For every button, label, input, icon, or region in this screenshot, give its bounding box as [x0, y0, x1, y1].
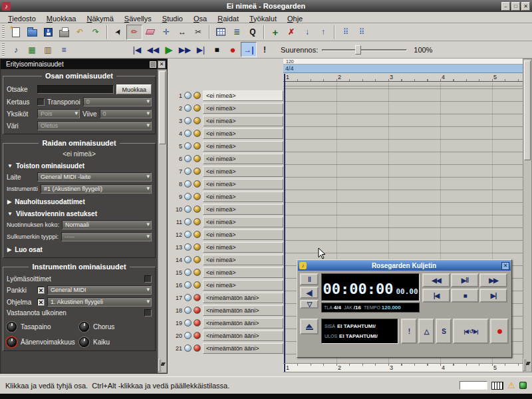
track-name-button[interactable]: <ei nimeä> — [203, 229, 283, 240]
track-record-led[interactable] — [194, 142, 201, 150]
menu-tiedosto[interactable]: Tiedosto — [3, 13, 41, 24]
track-name-button[interactable]: <ei nimeä> — [203, 242, 283, 253]
track-name-button[interactable]: <ei nimeä> — [203, 141, 283, 152]
create-segments-header[interactable]: ▶ Luo osat — [7, 246, 151, 253]
resize-tool-icon[interactable]: ↔ — [174, 25, 190, 40]
new-file-icon[interactable] — [8, 25, 24, 40]
scroll-down-button[interactable] — [525, 358, 526, 371]
track-mute-led[interactable] — [184, 117, 192, 124]
matrix-editor-icon[interactable] — [213, 25, 229, 40]
record-button[interactable]: ● — [225, 42, 241, 57]
dock-header[interactable]: Erityisominaisuudet ✕ — [1, 59, 167, 69]
title-bar[interactable]: ♪ Ei nimeä - Rosegarden – □ ✕ — [0, 0, 532, 12]
track-mute-led[interactable] — [184, 218, 192, 225]
percussion-editor-icon[interactable]: ▥ — [40, 42, 56, 57]
track-name-button[interactable]: <nimeämätön ääni> — [203, 305, 283, 316]
playback-parameters-header[interactable]: ▼ Toiston ominaisuudet — [7, 162, 151, 170]
track-mute-led[interactable] — [184, 281, 192, 289]
stop-button[interactable]: ■ — [209, 42, 225, 57]
track-name-button[interactable]: <ei nimeä> — [203, 179, 283, 190]
loop-button[interactable]: |◀ ↺ ▶| — [453, 319, 489, 344]
rewind-to-start-button[interactable]: |◀ — [129, 42, 145, 57]
delay-select[interactable]: 0 — [100, 109, 152, 118]
scrollbar-thumb[interactable] — [159, 71, 166, 144]
track-record-led[interactable] — [194, 281, 201, 289]
staff-export-header[interactable]: ▼ Viivastoviennin asetukset — [7, 210, 151, 217]
timesig-ruler[interactable]: 4/4 — [283, 65, 523, 73]
follow-playback-button[interactable]: →| — [241, 42, 257, 57]
forward-to-end-button[interactable]: ▶| — [479, 289, 507, 303]
event-list-icon[interactable]: ≣ — [229, 25, 245, 40]
track-name-button[interactable]: <nimeämätön ääni> — [203, 331, 283, 341]
percussion-checkbox[interactable] — [144, 275, 152, 283]
redo-icon[interactable]: ↷ — [88, 25, 104, 40]
print-icon[interactable] — [56, 25, 72, 40]
track-mute-led[interactable] — [184, 142, 192, 150]
track-record-led[interactable] — [194, 332, 201, 339]
track-record-led[interactable] — [194, 294, 201, 301]
metronome-button[interactable]: △ — [418, 319, 434, 344]
move-track-down-icon[interactable]: ↓ — [299, 25, 315, 40]
transpose-select[interactable]: 0 — [83, 97, 152, 106]
track-name-button[interactable]: <ei nimeä> — [203, 192, 283, 202]
track-mute-led[interactable] — [184, 130, 192, 137]
stop-button[interactable]: ■ — [451, 289, 479, 303]
playback-position-pointer[interactable] — [284, 74, 285, 363]
track-name-button[interactable]: <nimeämätön ääni> — [203, 293, 283, 303]
reverb-knob[interactable] — [79, 337, 89, 347]
menu-muokkaa[interactable]: Muokkaa — [41, 13, 82, 24]
track-record-led[interactable] — [194, 117, 201, 124]
track-mute-led[interactable] — [184, 307, 192, 314]
toolbar-handle[interactable] — [2, 25, 5, 39]
quantize-icon[interactable]: Q — [245, 25, 261, 40]
track-mute-led[interactable] — [184, 104, 192, 112]
pause-button[interactable]: ‖ — [300, 273, 319, 285]
forward-to-end-button[interactable]: ▶| — [193, 42, 209, 57]
move-track-up-icon[interactable]: ↑ — [315, 25, 331, 40]
dock-float-button[interactable] — [150, 61, 156, 68]
quantize-select[interactable]: Pois — [37, 109, 80, 118]
track-name-button[interactable]: <ei nimeä> — [203, 90, 283, 101]
rewind-button[interactable]: ◀◀ — [145, 42, 161, 57]
zoom-slider[interactable] — [322, 44, 407, 56]
program-checkbox[interactable]: ✕ — [37, 299, 45, 306]
chorus-knob[interactable] — [79, 322, 89, 332]
menu-nakyma[interactable]: Näkymä — [81, 13, 118, 24]
track-mute-led[interactable] — [184, 155, 192, 162]
tempo-ruler[interactable]: 120 — [283, 59, 523, 65]
maximize-button[interactable]: □ — [511, 2, 520, 11]
track-mute-led[interactable] — [184, 180, 192, 188]
track-mute-led[interactable] — [184, 294, 192, 301]
bank-select[interactable]: General MIDI — [47, 285, 152, 295]
split-tool-icon[interactable]: ✂ — [190, 25, 206, 40]
dock-handle-dots-icon[interactable]: ⠿ — [338, 25, 354, 40]
track-name-button[interactable]: <ei nimeä> — [203, 267, 283, 278]
draw-tool-icon[interactable]: ✏ — [126, 25, 142, 40]
track-name-button[interactable]: <ei nimeä> — [203, 166, 283, 177]
dock-handle-dots-icon-2[interactable]: ⠿ — [354, 25, 370, 40]
track-record-led[interactable] — [194, 231, 201, 238]
bracket-type-select[interactable]: ----- — [61, 232, 152, 241]
eject-button[interactable] — [300, 319, 319, 334]
open-file-icon[interactable] — [24, 25, 40, 40]
device-select[interactable]: General MIDI -laite — [37, 172, 152, 182]
fast-forward-button[interactable]: ▶▶ — [177, 42, 193, 57]
repeat-checkbox[interactable] — [37, 98, 45, 106]
select-tool-icon[interactable]: ➤ — [110, 25, 126, 40]
track-record-led[interactable] — [194, 256, 201, 263]
track-name-button[interactable]: <ei nimeä> — [203, 103, 283, 114]
track-name-button[interactable]: <ei nimeä> — [203, 154, 283, 164]
menu-ohje[interactable]: Ohje — [282, 13, 308, 24]
canvas-scrollbar[interactable] — [523, 59, 532, 372]
track-record-led[interactable] — [194, 205, 201, 213]
track-record-led[interactable] — [194, 92, 201, 99]
menu-osa[interactable]: Osa — [188, 13, 212, 24]
scrollbar-thumb[interactable] — [524, 61, 531, 160]
menu-savellys[interactable]: Sävellys — [119, 13, 157, 24]
track-name-button[interactable]: <nimeämätön ääni> — [203, 318, 283, 329]
warning-icon[interactable]: ⚠ — [507, 381, 515, 390]
track-name-button[interactable]: <nimeämätön ääni> — [203, 343, 283, 354]
recording-filters-header[interactable]: ▶ Nauhoitussuodattimet — [7, 198, 151, 205]
play-button[interactable]: ▶ — [161, 42, 177, 57]
menu-tyokalut[interactable]: Työkalut — [244, 13, 282, 24]
